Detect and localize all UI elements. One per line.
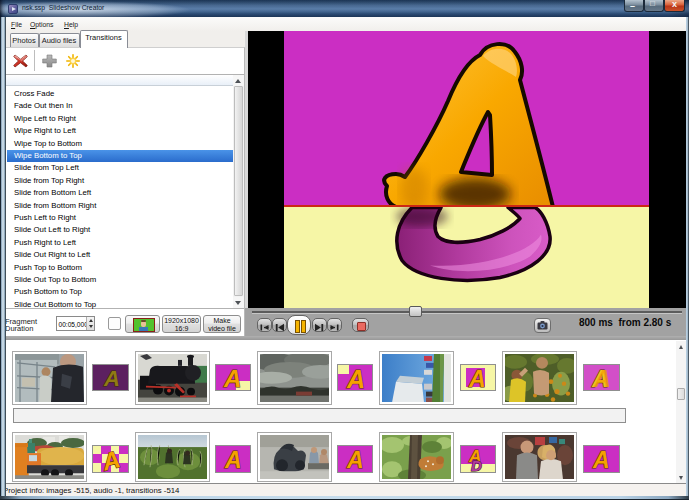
svg-text:A: A	[346, 365, 365, 391]
svg-text:A: A	[592, 447, 610, 472]
svg-text:A: A	[593, 366, 611, 391]
svg-text:D: D	[471, 457, 482, 472]
svg-text:A: A	[223, 365, 241, 391]
svg-text:A: A	[103, 366, 120, 391]
svg-text:A: A	[346, 447, 364, 472]
svg-text:A: A	[468, 366, 486, 391]
svg-text:A: A	[98, 446, 122, 472]
svg-text:A: A	[224, 447, 242, 472]
